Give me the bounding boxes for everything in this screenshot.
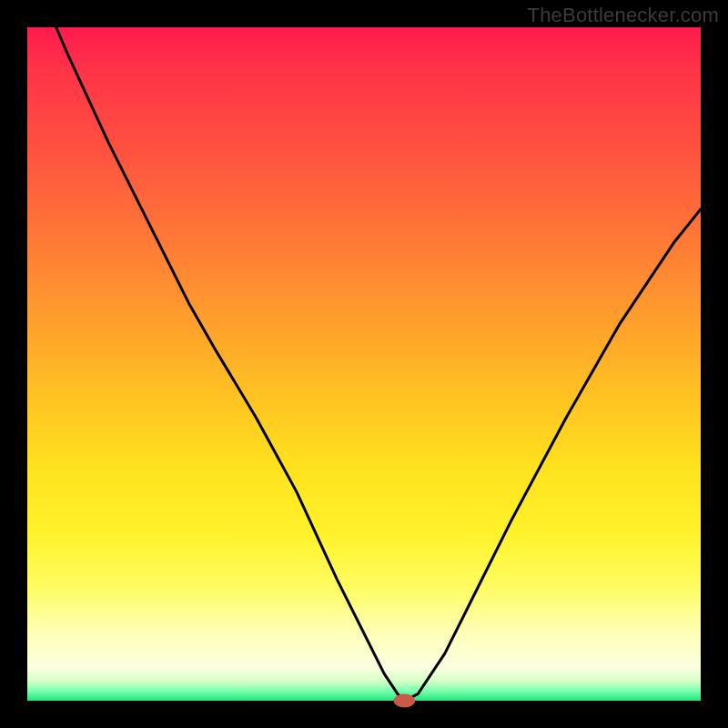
curve-svg [27,27,701,701]
minimum-marker [394,694,416,708]
bottleneck-curve [27,0,701,701]
chart-container: TheBottlenecker.com [0,0,728,728]
watermark-text: TheBottlenecker.com [528,4,719,27]
plot-area [27,27,701,701]
